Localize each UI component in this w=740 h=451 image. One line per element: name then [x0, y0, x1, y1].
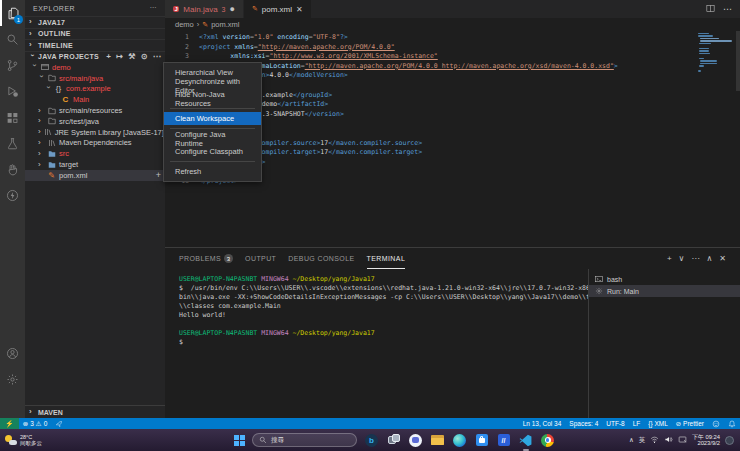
tree-item[interactable]: ›demo — [25, 62, 165, 73]
panel-tab-debug-console[interactable]: DEBUG CONSOLE — [288, 248, 354, 269]
breadcrumb[interactable]: demo›✎pom.xml — [165, 18, 740, 31]
terminal-instance-bash[interactable]: bash — [589, 273, 740, 285]
touchpad-icon[interactable] — [678, 435, 687, 445]
bell-icon — [728, 420, 736, 428]
menu-separator — [170, 161, 255, 162]
panel-tab-problems[interactable]: PROBLEMS3 — [179, 248, 233, 269]
section-outline[interactable]: ›OUTLINE — [25, 28, 165, 40]
tab-Main-java[interactable]: JMain.java3● — [165, 0, 244, 18]
feedback-icon[interactable] — [708, 420, 724, 428]
terminal-dropdown-icon[interactable]: ∨ — [679, 254, 685, 263]
menu-item-refresh[interactable]: Refresh — [164, 165, 261, 178]
menu-item-hide-non-java-resources[interactable]: Hide Non-Java Resources — [164, 92, 261, 105]
section-timeline[interactable]: ›TIMELINE — [25, 39, 165, 51]
activity-item-run-debug[interactable] — [0, 78, 25, 104]
terminal-line: USER@LAPTOP-N4PASNBT MINGW64 ~/Desktop/y… — [179, 275, 588, 284]
terminal-output[interactable]: USER@LAPTOP-N4PASNBT MINGW64 ~/Desktop/y… — [165, 269, 588, 418]
breadcrumb-item[interactable]: pom.xml — [211, 20, 239, 29]
tree-item[interactable]: ✎pom.xml+ — [25, 170, 165, 181]
more-actions-icon[interactable]: ⋯ — [153, 52, 161, 61]
menu-item-configure-java-runtime[interactable]: Configure Java Runtime — [164, 132, 261, 145]
chevron-right-icon: › — [29, 31, 35, 37]
activity-item-extensions[interactable] — [0, 104, 25, 130]
status-item-lf[interactable]: LF — [629, 420, 645, 427]
panel-tab-output[interactable]: OUTPUT — [245, 248, 276, 269]
activity-item-hand[interactable] — [0, 156, 25, 182]
new-terminal-icon[interactable]: + — [667, 254, 672, 263]
braces-icon: {} — [54, 84, 63, 93]
activity-item-lightning-circle[interactable] — [0, 182, 25, 208]
taskbar-app-task-view[interactable] — [386, 433, 401, 448]
remote-indicator[interactable]: ⚡ — [0, 418, 19, 429]
more-actions-icon[interactable]: ⋯ — [691, 254, 699, 263]
close-icon[interactable]: ✕ — [296, 5, 303, 14]
status-item--xml[interactable]: {} XML — [644, 420, 672, 427]
status-item-ln-13-col-34[interactable]: Ln 13, Col 34 — [519, 420, 566, 427]
tree-item[interactable]: ›JRE System Library [JavaSE-17] — [25, 127, 165, 138]
code-line: 1<?xml version="1.0" encoding="UTF-8"?> — [165, 33, 696, 43]
panel-tab-terminal[interactable]: TERMINAL — [367, 248, 406, 269]
sync-icon[interactable]: ⊙ — [141, 52, 148, 61]
activity-item-search[interactable] — [0, 26, 25, 52]
maximize-panel-icon[interactable]: ∧ — [706, 254, 712, 263]
tree-item[interactable]: CMain — [25, 94, 165, 105]
section-java-projects[interactable]: ›JAVA PROJECTS+↦⚒⊙⋯ — [25, 51, 165, 63]
taskbar-app-store[interactable] — [474, 433, 489, 448]
ime-indicator[interactable]: 英 — [639, 436, 646, 445]
section-maven[interactable]: › MAVEN — [25, 405, 165, 418]
link-with-editor-icon[interactable]: ↦ — [116, 52, 123, 61]
new-project-icon[interactable]: + — [106, 52, 111, 61]
activity-item-settings[interactable] — [0, 366, 25, 392]
activity-item-source-control[interactable] — [0, 52, 25, 78]
split-editor-icon[interactable] — [706, 4, 715, 15]
status-item-spaces-4[interactable]: Spaces: 4 — [565, 420, 602, 427]
taskbar-app-bing[interactable]: b — [364, 433, 379, 448]
activity-item-account[interactable] — [0, 340, 25, 366]
close-panel-icon[interactable]: ✕ — [719, 254, 726, 263]
status-item--prettier[interactable]: ⊘ Prettier — [672, 420, 708, 428]
status-item-utf-8[interactable]: UTF-8 — [602, 420, 628, 427]
taskbar-app-chat[interactable] — [408, 433, 423, 448]
tree-item[interactable]: ›target — [25, 159, 165, 170]
java-status[interactable] — [51, 418, 67, 429]
activity-item-files[interactable]: 1 — [0, 0, 25, 26]
section-java17[interactable]: ›JAVA17 — [25, 16, 165, 28]
wifi-icon[interactable] — [650, 435, 659, 445]
more-actions-icon[interactable]: ⋯ — [723, 4, 732, 14]
editor-scrollbar[interactable] — [736, 31, 740, 91]
add-dependency-icon[interactable]: + — [156, 170, 161, 180]
notification-badge[interactable] — [725, 436, 734, 445]
start-button[interactable] — [234, 435, 245, 446]
activity-item-testing[interactable] — [0, 130, 25, 156]
build-workspace-icon[interactable]: ⚒ — [128, 52, 135, 61]
volume-icon[interactable] — [664, 435, 673, 445]
views-more-actions-icon[interactable]: ⋯ — [150, 4, 158, 12]
tab-pom-xml[interactable]: ✎pom.xml✕ — [244, 0, 312, 18]
tree-item[interactable]: ›src — [25, 148, 165, 159]
problems-status[interactable]: ⊗3⚠0 — [19, 418, 52, 429]
tree-item[interactable]: ›Maven Dependencies — [25, 138, 165, 149]
tree-item[interactable]: ›{}com.example — [25, 84, 165, 95]
chevron-right-icon: › — [38, 140, 44, 146]
minimap[interactable] — [698, 33, 734, 73]
terminal-instance-run--main[interactable]: Run: Main — [589, 285, 740, 297]
taskbar-app-chrome[interactable] — [540, 433, 555, 448]
taskbar-weather[interactable]: 28°C间歇多云 — [0, 434, 160, 446]
tree-item[interactable]: ›src/main/java — [25, 73, 165, 84]
menu-item-clean-workspace[interactable]: Clean Workspace — [164, 112, 261, 125]
breadcrumb-item[interactable]: demo — [175, 20, 194, 29]
taskbar-app-vscode[interactable] — [518, 433, 533, 448]
taskbar-app-dev-slashes[interactable]: // — [496, 433, 511, 448]
edge-icon — [453, 434, 466, 447]
windows-taskbar: 28°C间歇多云搜尋b//∧英下午 09:242023/9/2 — [0, 429, 740, 451]
dev-slashes-icon: // — [498, 434, 510, 446]
bell-icon[interactable] — [724, 420, 740, 428]
taskbar-app-file-explorer[interactable] — [430, 433, 445, 448]
taskbar-app-edge[interactable] — [452, 433, 467, 448]
tray-expand-icon[interactable]: ∧ — [629, 436, 634, 444]
tree-item[interactable]: ›src/test/java — [25, 116, 165, 127]
tree-item[interactable]: ›src/main/resources — [25, 105, 165, 116]
feedback-icon — [712, 420, 720, 428]
clock[interactable]: 下午 09:242023/9/2 — [692, 434, 720, 447]
taskbar-search[interactable]: 搜尋 — [252, 433, 357, 447]
